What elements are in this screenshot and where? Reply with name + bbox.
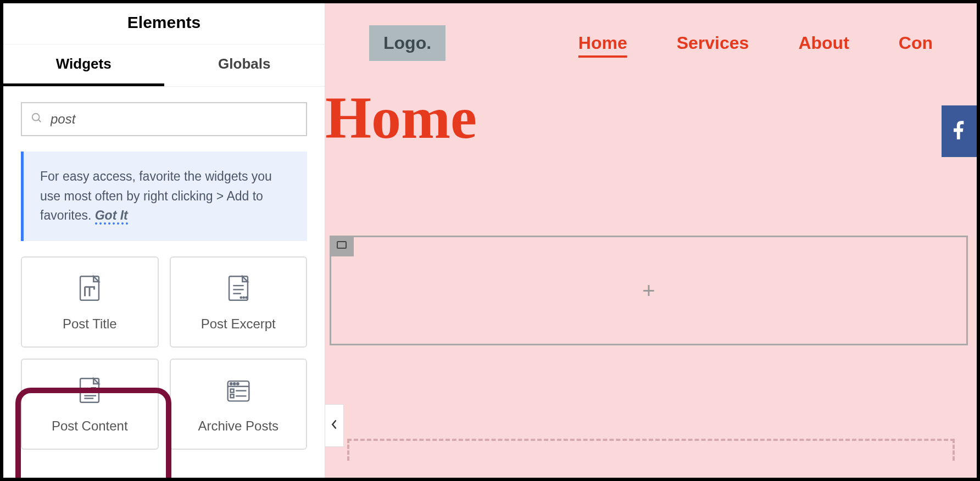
nav-about[interactable]: About bbox=[798, 33, 849, 53]
facebook-button[interactable] bbox=[942, 105, 977, 157]
elements-panel: Elements Widgets Globals For easy access… bbox=[3, 3, 325, 478]
widget-label: Post Title bbox=[63, 316, 117, 332]
page-title: Home bbox=[325, 88, 977, 148]
nav-services[interactable]: Services bbox=[677, 33, 749, 53]
primary-nav: Home Services About Con bbox=[578, 33, 933, 53]
nav-contact[interactable]: Con bbox=[899, 33, 933, 53]
site-header: Logo. Home Services About Con bbox=[325, 3, 977, 61]
section-handle[interactable] bbox=[330, 236, 354, 256]
svg-point-14 bbox=[230, 383, 232, 384]
site-logo[interactable]: Logo. bbox=[369, 25, 446, 61]
nav-home[interactable]: Home bbox=[578, 33, 627, 53]
widgets-grid: Post Title Post Excerpt bbox=[3, 256, 325, 450]
page-canvas[interactable]: Logo. Home Services About Con Home + bbox=[325, 3, 977, 478]
got-it-link[interactable]: Got It bbox=[95, 208, 128, 225]
svg-rect-21 bbox=[337, 242, 346, 248]
svg-rect-17 bbox=[230, 389, 233, 393]
widget-post-excerpt[interactable]: Post Excerpt bbox=[170, 256, 308, 348]
section-icon bbox=[336, 240, 347, 251]
empty-section[interactable]: + bbox=[330, 236, 968, 345]
search-box[interactable] bbox=[21, 102, 307, 136]
favorites-tip-text: For easy access, favorite the widgets yo… bbox=[40, 169, 272, 222]
chevron-left-icon bbox=[331, 419, 338, 432]
svg-point-5 bbox=[240, 297, 241, 298]
archive-posts-icon bbox=[222, 374, 254, 409]
svg-point-0 bbox=[32, 114, 40, 121]
svg-point-7 bbox=[246, 297, 247, 298]
post-title-icon bbox=[74, 272, 105, 306]
widget-archive-posts[interactable]: Archive Posts bbox=[170, 359, 308, 450]
widget-post-title[interactable]: Post Title bbox=[21, 256, 159, 348]
search-container bbox=[3, 87, 325, 152]
tab-widgets[interactable]: Widgets bbox=[3, 44, 164, 86]
panel-tabs: Widgets Globals bbox=[3, 44, 325, 87]
tab-globals[interactable]: Globals bbox=[164, 44, 325, 86]
post-content-icon bbox=[74, 374, 105, 409]
post-excerpt-icon bbox=[222, 272, 254, 306]
widget-label: Archive Posts bbox=[198, 418, 279, 434]
add-widget-button[interactable]: + bbox=[642, 279, 655, 301]
svg-point-16 bbox=[237, 383, 238, 384]
collapse-sidebar-button[interactable] bbox=[325, 404, 344, 447]
panel-title: Elements bbox=[3, 3, 325, 44]
svg-line-1 bbox=[38, 120, 41, 122]
widget-post-content[interactable]: Post Content bbox=[21, 359, 159, 450]
drop-zone[interactable] bbox=[347, 439, 955, 461]
favorites-tip: For easy access, favorite the widgets yo… bbox=[21, 152, 307, 241]
search-icon bbox=[31, 112, 43, 126]
svg-point-15 bbox=[233, 383, 235, 384]
svg-rect-19 bbox=[230, 394, 233, 398]
widget-label: Post Content bbox=[52, 418, 128, 434]
widget-label: Post Excerpt bbox=[201, 316, 276, 332]
search-input[interactable] bbox=[51, 111, 297, 127]
svg-point-6 bbox=[243, 297, 244, 298]
facebook-icon bbox=[948, 119, 970, 143]
